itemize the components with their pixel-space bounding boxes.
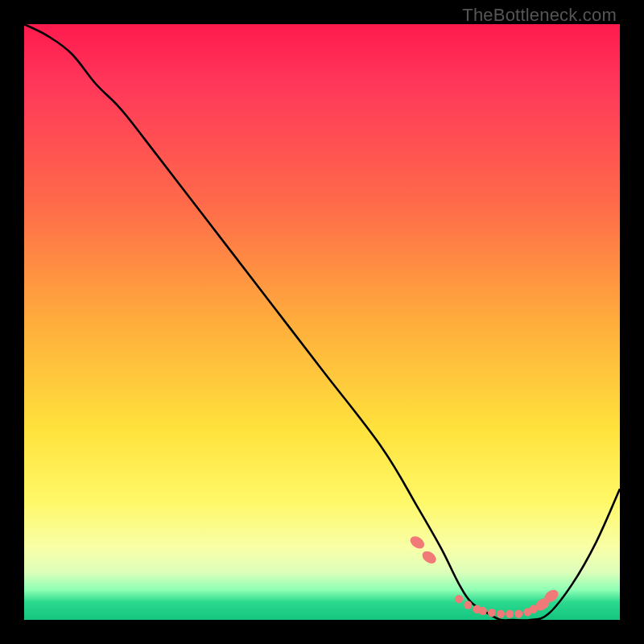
marker-dot bbox=[530, 605, 538, 613]
bottleneck-curve bbox=[24, 24, 620, 621]
marker-dot bbox=[523, 608, 531, 616]
marker-dot bbox=[506, 609, 514, 617]
curve-layer bbox=[24, 24, 620, 620]
marker-group bbox=[408, 534, 561, 618]
marker-dot bbox=[473, 605, 481, 613]
marker-dot bbox=[464, 601, 472, 609]
watermark-text: TheBottleneck.com bbox=[462, 5, 617, 26]
chart-frame: TheBottleneck.com bbox=[0, 0, 644, 644]
marker-dot bbox=[514, 609, 522, 617]
marker-dot bbox=[420, 549, 439, 567]
marker-dot bbox=[533, 596, 551, 613]
marker-dot bbox=[542, 588, 560, 605]
plot-area bbox=[24, 24, 620, 620]
marker-dot bbox=[488, 609, 496, 617]
marker-dot bbox=[479, 607, 487, 615]
marker-dot bbox=[408, 534, 427, 551]
marker-dot bbox=[497, 609, 505, 617]
marker-dot bbox=[455, 595, 463, 603]
